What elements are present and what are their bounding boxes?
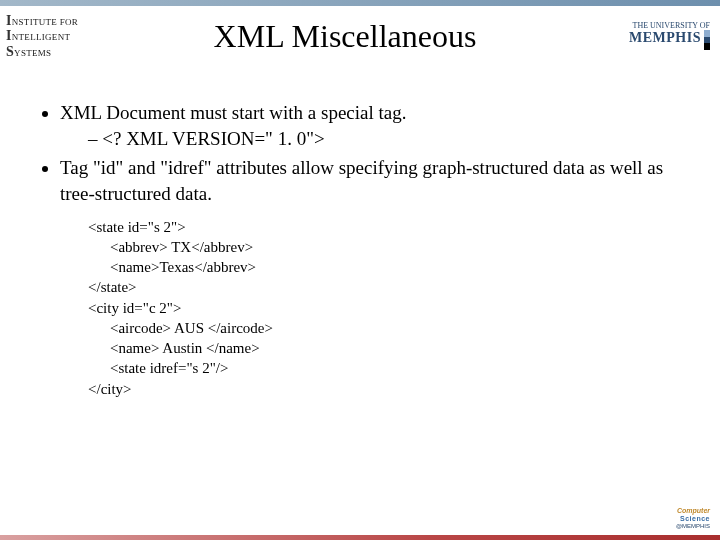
- bottom-accent-bar: [0, 535, 720, 540]
- code-l6: <aircode> AUS </aircode>: [88, 318, 692, 338]
- iis-line3: YSTEMS: [14, 48, 51, 58]
- footer-line3: @MEMPHIS: [676, 523, 710, 529]
- slide-content: XML Document must start with a special t…: [28, 100, 692, 399]
- memphis-logo: THE UNIVERSITY OF MEMPHIS: [580, 22, 720, 51]
- page-title: XML Miscellaneous: [110, 18, 580, 55]
- code-l7: <name> Austin </name>: [88, 338, 692, 358]
- memphis-line1: THE UNIVERSITY OF: [633, 21, 710, 30]
- header-row: INSTITUTE FOR INTELLIGENT SYSTEMS XML Mi…: [0, 6, 720, 66]
- code-l1: <state id="s 2">: [88, 219, 186, 235]
- memphis-dots-icon: [704, 30, 710, 50]
- iis-line2: NTELLIGENT: [12, 32, 70, 42]
- code-l5: <city id="c 2">: [88, 300, 181, 316]
- code-l8: <state idref="s 2"/>: [88, 358, 692, 378]
- iis-logo: INSTITUTE FOR INTELLIGENT SYSTEMS: [0, 11, 110, 61]
- bullet-1-sublist: <? XML VERSION=" 1. 0">: [60, 126, 692, 152]
- memphis-line2: MEMPHIS: [629, 30, 701, 45]
- bullet-1-text: XML Document must start with a special t…: [60, 102, 407, 123]
- cs-memphis-logo: Computer Science @MEMPHIS: [650, 507, 710, 530]
- code-l3: <name>Texas</abbrev>: [88, 257, 692, 277]
- code-l4: </state>: [88, 279, 137, 295]
- code-block: <state id="s 2"> <abbrev> TX</abbrev> <n…: [88, 217, 692, 399]
- bullet-2: Tag "id" and "idref" attributes allow sp…: [60, 155, 692, 206]
- bullet-list: XML Document must start with a special t…: [28, 100, 692, 207]
- code-l2: <abbrev> TX</abbrev>: [88, 237, 692, 257]
- title-wrap: XML Miscellaneous: [110, 18, 580, 55]
- bullet-1: XML Document must start with a special t…: [60, 100, 692, 151]
- bullet-1-sub: <? XML VERSION=" 1. 0">: [88, 126, 692, 152]
- footer-line1: Computer: [677, 507, 710, 514]
- code-l9: </city>: [88, 381, 132, 397]
- footer-line2: Science: [680, 515, 710, 522]
- iis-line1: NSTITUTE FOR: [12, 17, 78, 27]
